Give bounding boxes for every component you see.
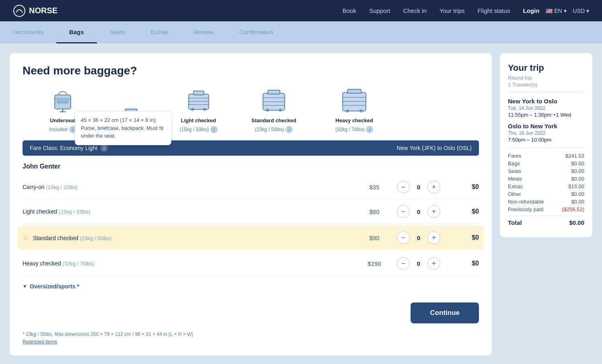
carryon-decrement[interactable]: − [397, 181, 410, 193]
sidebar-route1-title: New York to Oslo [508, 98, 584, 105]
svg-rect-13 [189, 94, 209, 109]
svg-rect-3 [57, 100, 69, 103]
nav-your-trips[interactable]: Your trips [440, 7, 465, 14]
standard-total: $0 [447, 234, 479, 241]
price-row-extras: Extras $15.00 [508, 183, 584, 189]
sidebar-divider-1 [508, 93, 584, 93]
sidebar-divider-2 [508, 148, 584, 148]
carryon-weight: (10kg / 22lbs) [46, 184, 78, 190]
main-content: Need more baggage? Underseat Included i [10, 53, 492, 356]
sidebar-travelers: 1 Traveler(s) [508, 82, 584, 88]
standard-info-icon[interactable]: i [286, 126, 293, 133]
standard-qty: 0 [414, 234, 423, 241]
carryon-total: $0 [447, 183, 479, 191]
standard-controls: − 0 + [390, 231, 447, 244]
logo[interactable]: NORSE [13, 4, 58, 17]
oversized-row[interactable]: ▼ Oversized/sports * [23, 283, 479, 290]
svg-rect-27 [343, 93, 366, 111]
sidebar-route2-date: Thu, 16 Jun 2022 [508, 130, 584, 136]
nav-lang[interactable]: 🇺🇸 EN ▾ [546, 8, 566, 14]
sidebar-route1-times: 11:55pm – 1:30pm +1 Wed [508, 112, 584, 118]
heavy-checked-sublabel: (32kg / 70lbs) i [335, 126, 373, 133]
nav-right: Login 🇺🇸 EN ▾ USD ▾ [523, 7, 589, 14]
nav-currency[interactable]: USD ▾ [573, 8, 589, 14]
light-increment[interactable]: + [427, 205, 440, 218]
bc-bags[interactable]: Bags [56, 21, 97, 43]
nav-checkin[interactable]: Check in [403, 7, 426, 14]
oversized-label: Oversized/sports * [30, 283, 79, 290]
bag-row-standard: ☆ Standard checked (23kg / 50lbs) $90 − … [18, 226, 484, 250]
price-row-non-refundable: Non-refundable $0.00 [508, 199, 584, 205]
sidebar-title: Your trip [508, 63, 584, 73]
standard-price: $90 [358, 234, 390, 241]
svg-point-32 [346, 109, 349, 113]
light-controls: − 0 + [390, 205, 447, 218]
heavy-controls: − 0 + [390, 257, 447, 270]
svg-rect-28 [347, 89, 361, 93]
carryon-price: $35 [358, 184, 390, 191]
main-wrap: Need more baggage? Underseat Included i [0, 43, 602, 356]
heavy-name: Heavy checked [23, 260, 61, 267]
standard-checked-label: Standard checked [251, 117, 296, 123]
nav-support[interactable]: Support [369, 7, 390, 14]
nav-flight-status[interactable]: Flight status [478, 7, 510, 14]
breadcrumb: Documents Bags Seats Extras Review Confi… [0, 21, 602, 43]
heavy-checked-label: Heavy checked [335, 117, 373, 123]
nav-book[interactable]: Book [343, 7, 356, 14]
logo-text: NORSE [29, 6, 58, 15]
svg-rect-21 [268, 90, 280, 94]
continue-wrap: Continue [23, 302, 479, 323]
bag-row-light: Light checked (15kg / 33lbs) $80 − 0 + $… [23, 199, 479, 224]
heavy-weight: (32kg / 70lbs) [63, 261, 95, 267]
standard-checked-sublabel: (23kg / 50lbs) i [255, 126, 293, 133]
sidebar-route2-title: Oslo to New York [508, 123, 584, 130]
underseat-sublabel: Included i [49, 126, 76, 133]
standard-increment[interactable]: + [427, 231, 440, 244]
fare-class-label: Fare Class: Economy Light [30, 145, 97, 151]
carryon-increment[interactable]: + [427, 181, 440, 193]
light-decrement[interactable]: − [397, 205, 410, 218]
svg-point-25 [266, 109, 269, 112]
svg-point-33 [360, 109, 363, 113]
sidebar-trip-type: Round trip [508, 75, 584, 81]
heavy-decrement[interactable]: − [397, 257, 410, 270]
light-name: Light checked [23, 208, 57, 215]
nav-login[interactable]: Login [523, 7, 539, 14]
price-row-meals: Meals $0.00 [508, 176, 584, 182]
standard-star-icon: ☆ [23, 234, 28, 241]
bc-review[interactable]: Review [181, 21, 226, 43]
sidebar-route2-times: 7:50pm – 10:00pm [508, 137, 584, 143]
light-info-icon[interactable]: i [210, 126, 218, 133]
light-weight: (15kg / 33lbs) [59, 209, 90, 215]
heavy-info-icon[interactable]: i [366, 126, 373, 133]
bc-confirmation[interactable]: Confirmation [226, 21, 286, 43]
sidebar: Your trip Round trip 1 Traveler(s) New Y… [500, 53, 592, 237]
fare-route-label: New York (JFK) to Oslo (OSL) [397, 145, 472, 151]
light-total: $0 [447, 208, 479, 215]
svg-rect-14 [193, 91, 204, 95]
bag-icons-row: Underseat Included i 45 × 36 × 22 cm (17… [23, 87, 479, 133]
underseat-label: Underseat [50, 117, 76, 123]
carryon-name: Carry-on [23, 184, 44, 190]
price-row-fares: Fares $241.52 [508, 153, 584, 159]
bag-icon-standard: Standard checked (23kg / 50lbs) i [234, 87, 314, 133]
bag-row-carryon: Carry-on (10kg / 22lbs) $35 − 0 + $0 [23, 175, 479, 199]
bag-rows: Carry-on (10kg / 22lbs) $35 − 0 + $0 Lig… [23, 175, 479, 276]
bag-row-heavy: Heavy checked (32kg / 70lbs) $190 − 0 + … [23, 251, 479, 276]
restricted-link[interactable]: Restricted items [23, 339, 57, 345]
bc-extras[interactable]: Extras [138, 21, 181, 43]
fare-info-icon[interactable]: i [101, 144, 108, 152]
heavy-price: $190 [358, 260, 390, 267]
price-row-other: Other $0.00 [508, 191, 584, 197]
nav-links: Book Support Check in Your trips Flight … [343, 7, 510, 14]
light-qty: 0 [414, 208, 423, 215]
light-checked-sublabel: (15kg / 33lbs) i [179, 126, 217, 133]
standard-decrement[interactable]: − [397, 231, 410, 244]
page-title: Need more baggage? [23, 64, 479, 77]
bc-seats[interactable]: Seats [97, 21, 138, 43]
heavy-increment[interactable]: + [427, 257, 440, 270]
continue-button[interactable]: Continue [411, 302, 479, 323]
price-row-previously-paid: Previously paid ($256.52) [508, 206, 584, 212]
bc-documents[interactable]: Documents [13, 21, 56, 43]
price-row-total: Total $0.00 [508, 216, 584, 226]
